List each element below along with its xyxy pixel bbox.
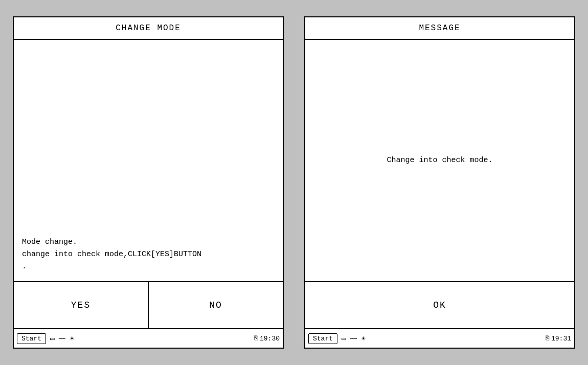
- left-keyboard-icon: ⎘: [254, 335, 258, 342]
- message-text: Change into check mode.: [387, 154, 492, 167]
- message-buttons: OK: [305, 282, 574, 328]
- change-mode-content-area: Mode change. change into check mode,CLIC…: [14, 40, 283, 328]
- right-time-display: 19:31: [551, 335, 571, 343]
- right-start-button[interactable]: Start: [308, 333, 337, 344]
- yes-button[interactable]: YES: [14, 282, 148, 328]
- content-line-2: change into check mode,CLICK[YES]BUTTON: [22, 248, 201, 261]
- change-mode-title: CHANGE MODE: [14, 17, 283, 40]
- message-dialog: MESSAGE Change into check mode. OK Start…: [304, 16, 575, 349]
- left-cursor-icon: ⸻: [58, 334, 65, 343]
- no-button[interactable]: NO: [148, 282, 283, 328]
- change-mode-content: Mode change. change into check mode,CLIC…: [14, 40, 283, 282]
- change-mode-text: Mode change. change into check mode,CLIC…: [22, 236, 201, 273]
- right-taskbar: Start ▭ ⸻ ☀ ⎘ 19:31: [305, 328, 574, 348]
- right-keyboard-icon: ⎘: [546, 335, 549, 342]
- left-time-display: 19:30: [260, 335, 280, 343]
- right-taskbar-time: ⎘ 19:31: [546, 335, 571, 343]
- message-content-area: Change into check mode. OK: [305, 40, 574, 328]
- content-line-3: .: [22, 261, 201, 273]
- message-content: Change into check mode.: [305, 40, 574, 282]
- left-taskbar-time: ⎘ 19:30: [254, 335, 280, 343]
- message-title: MESSAGE: [305, 17, 574, 40]
- left-window-icon[interactable]: ▭: [50, 334, 54, 343]
- left-taskbar: Start ▭ ⸻ ☀ ⎘ 19:30: [14, 328, 283, 348]
- left-start-button[interactable]: Start: [17, 333, 46, 344]
- right-cursor-icon: ⸻: [350, 334, 357, 343]
- right-window-icon[interactable]: ▭: [342, 334, 346, 343]
- left-brightness-icon: ☀: [70, 334, 74, 343]
- ok-button[interactable]: OK: [305, 282, 574, 328]
- right-brightness-icon: ☀: [361, 334, 365, 343]
- change-mode-dialog: CHANGE MODE Mode change. change into che…: [13, 16, 284, 349]
- change-mode-buttons: YES NO: [14, 282, 283, 328]
- content-line-1: Mode change.: [22, 236, 201, 248]
